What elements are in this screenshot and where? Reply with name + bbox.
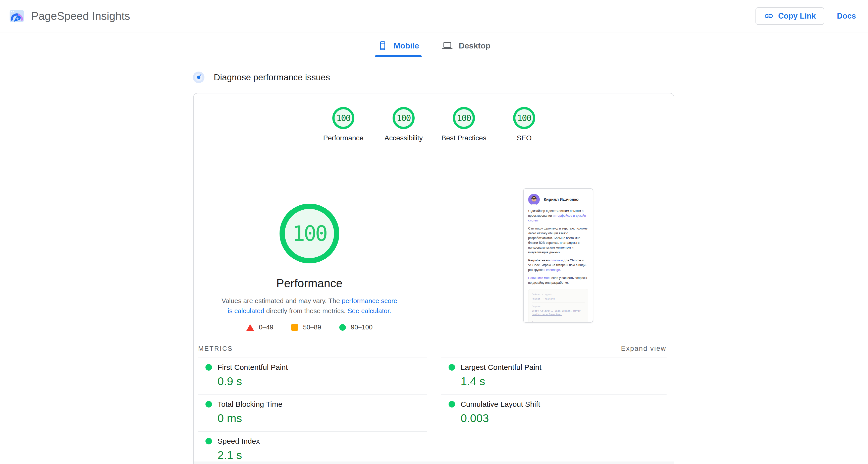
diagnose-section-header: Diagnose performance issues — [193, 71, 330, 83]
metrics-heading: METRICS — [198, 345, 233, 352]
category-scores-row: 100 Performance 100 Accessibility 100 Be… — [194, 93, 674, 151]
category-label: Best Practices — [434, 134, 494, 142]
score-value: 100 — [517, 113, 531, 123]
score-value: 100 — [457, 113, 471, 123]
desktop-laptop-icon — [442, 41, 453, 51]
metric-speed-index: Speed Index 2.1 s — [198, 431, 427, 464]
green-circle-icon — [339, 324, 346, 331]
metric-value: 1.4 s — [461, 375, 666, 388]
diagnose-title: Diagnose performance issues — [214, 72, 330, 82]
copy-link-label: Copy Link — [778, 11, 816, 21]
info-label: Кодю — [532, 320, 585, 322]
green-dot-icon — [448, 364, 455, 371]
metric-name-row: Cumulative Layout Shift — [441, 400, 666, 408]
green-dot-icon — [206, 438, 212, 444]
metric-label: Total Blocking Time — [217, 400, 282, 408]
preview-text: . — [560, 268, 561, 272]
metric-value: 0 ms — [217, 412, 427, 425]
legend-range: 90–100 — [351, 323, 373, 331]
tab-desktop[interactable]: Desktop — [439, 38, 493, 57]
legend-item-average: 50–89 — [291, 323, 321, 331]
category-label: Accessibility — [373, 134, 434, 142]
preview-info-box: Сейчас я здесь Phuket, Thailand Слушаю B… — [528, 289, 588, 322]
category-accessibility[interactable]: 100 Accessibility — [373, 107, 434, 151]
speedometer-icon — [193, 71, 205, 83]
category-label: Performance — [313, 134, 373, 142]
mobile-phone-icon — [377, 41, 388, 51]
performance-gauge: 100 — [280, 204, 339, 264]
preview-link: Limebridge — [544, 268, 560, 272]
metric-name-row: Speed Index — [198, 437, 427, 445]
performance-gauge-score: 100 — [292, 221, 327, 246]
score-circle: 100 — [513, 107, 535, 129]
metrics-column-left: First Contentful Paint 0.9 s Total Block… — [198, 358, 427, 464]
metrics-header-row: METRICS Expand view — [198, 345, 666, 352]
metrics-grid: First Contentful Paint 0.9 s Total Block… — [198, 358, 666, 464]
expand-view-link[interactable]: Expand view — [621, 345, 666, 352]
info-label: Слушаю — [532, 305, 585, 308]
legend-item-fail: 0–49 — [246, 323, 274, 331]
preview-text: Разрабатываю — [528, 258, 551, 262]
orange-square-icon — [291, 324, 298, 331]
preview-profile-header: Кирилл Исаченко — [528, 194, 588, 206]
info-label: Сейчас я здесь — [532, 293, 585, 296]
score-circle: 100 — [453, 107, 475, 129]
performance-heading: Performance — [194, 276, 425, 290]
metric-name-row: Total Blocking Time — [198, 400, 427, 408]
preview-link: плагины — [551, 258, 563, 262]
info-value: Bobby Caldwell, Jack Splash, Mayer Hawth… — [532, 309, 585, 316]
score-value: 100 — [397, 113, 410, 123]
page-screenshot-preview[interactable]: Кирилл Исаченко Я дизайнер с десятилетни… — [523, 188, 593, 322]
green-dot-icon — [448, 401, 455, 407]
metric-label: Largest Contentful Paint — [461, 363, 541, 372]
legend-range: 50–89 — [303, 323, 321, 331]
green-dot-icon — [206, 401, 212, 407]
see-calculator-link[interactable]: See calculator. — [348, 307, 391, 315]
metric-value: 0.9 s — [217, 375, 427, 388]
category-seo[interactable]: 100 SEO — [494, 107, 554, 151]
metric-largest-contentful-paint: Largest Contentful Paint 1.4 s — [441, 358, 666, 395]
link-icon — [764, 11, 774, 21]
category-best-practices[interactable]: 100 Best Practices — [434, 107, 494, 151]
app-header: PageSpeed Insights Copy Link Docs — [0, 0, 868, 32]
score-disclaimer: Values are estimated and may vary. The p… — [220, 296, 399, 316]
metrics-column-right: Largest Contentful Paint 1.4 s Cumulativ… — [441, 358, 666, 464]
legend-range: 0–49 — [259, 323, 274, 331]
copy-link-button[interactable]: Copy Link — [755, 7, 824, 25]
disclaimer-text-2: directly from these metrics. — [264, 307, 347, 315]
tab-desktop-label: Desktop — [459, 41, 491, 51]
metric-label: Speed Index — [217, 437, 260, 445]
metric-total-blocking-time: Total Blocking Time 0 ms — [198, 395, 427, 431]
metric-first-contentful-paint: First Contentful Paint 0.9 s — [198, 358, 427, 395]
score-value: 100 — [336, 113, 350, 123]
preview-profile-name: Кирилл Исаченко — [544, 197, 579, 202]
preview-paragraph-3: Разрабатываю плагины для Chrome и VSCode… — [528, 258, 588, 272]
legend-item-pass: 90–100 — [339, 323, 373, 331]
docs-link[interactable]: Docs — [837, 11, 856, 21]
vertical-divider — [434, 216, 434, 280]
green-dot-icon — [206, 364, 212, 371]
tab-mobile-label: Mobile — [394, 41, 419, 51]
pagespeed-logo-icon — [9, 8, 25, 24]
avatar — [528, 194, 540, 206]
metric-value: 2.1 s — [217, 449, 427, 462]
info-entry-listening: Слушаю Bobby Caldwell, Jack Splash, Maye… — [532, 303, 585, 318]
metric-name-row: First Contentful Paint — [198, 363, 427, 372]
score-legend: 0–49 50–89 90–100 — [194, 323, 425, 331]
report-card: 100 Performance 100 Accessibility 100 Be… — [193, 93, 674, 464]
preview-paragraph-1: Я дизайнер с десятилетним опытом в проек… — [528, 209, 588, 223]
category-performance[interactable]: 100 Performance — [313, 107, 373, 151]
device-tabs: Mobile Desktop — [0, 38, 868, 57]
info-entry-location: Сейчас я здесь Phuket, Thailand — [532, 291, 585, 303]
category-label: SEO — [494, 134, 554, 142]
info-entry-coding: Кодю 31 hrs 56 mins / 7 days — [532, 318, 585, 322]
tab-mobile[interactable]: Mobile — [375, 38, 422, 57]
score-circle: 100 — [393, 107, 415, 129]
next-section-edge — [194, 462, 674, 464]
red-triangle-icon — [246, 324, 254, 331]
disclaimer-text-1: Values are estimated and may vary. The — [221, 297, 342, 305]
metric-cumulative-layout-shift: Cumulative Layout Shift 0.003 — [441, 395, 666, 431]
score-circle: 100 — [332, 107, 354, 129]
preview-paragraph-4: Напишите мне, если у вас есть вопросы по… — [528, 276, 588, 285]
preview-link: Напишите мне — [528, 276, 550, 280]
